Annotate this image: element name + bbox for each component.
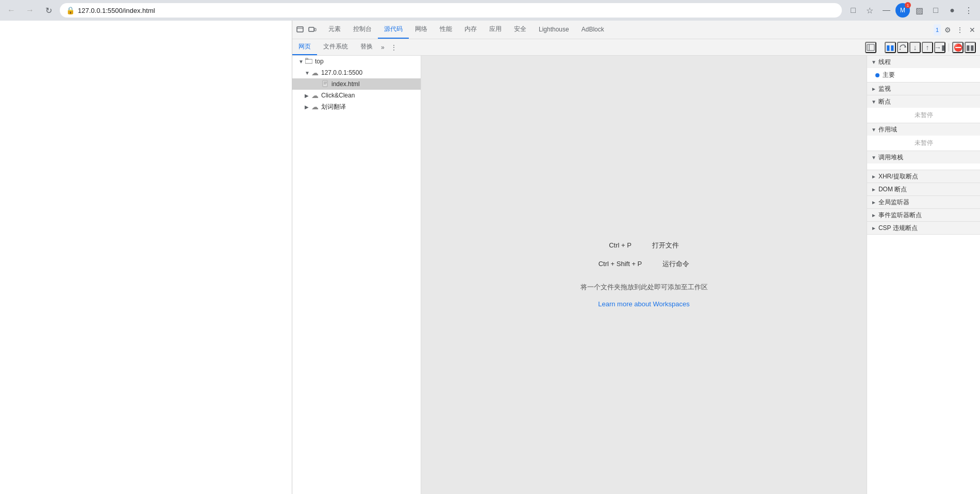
devtools-tab-icons <box>294 24 318 36</box>
shortcut2-label: 运行命令 <box>662 257 689 272</box>
section-scope: ▼ 作用域 未暂停 <box>867 123 980 151</box>
svg-rect-2 <box>309 27 314 31</box>
learn-more-link[interactable]: Learn more about Workspaces <box>580 297 708 312</box>
tab-application[interactable]: 应用 <box>483 21 508 39</box>
section-dom-header[interactable]: ► DOM 断点 <box>867 183 980 195</box>
svg-rect-0 <box>297 27 303 32</box>
step-btn[interactable]: →▮ <box>934 42 945 53</box>
file-tree-item-index[interactable]: index.html <box>292 78 421 90</box>
profile-button[interactable]: M 1 <box>895 3 910 18</box>
reload-button[interactable]: ↻ <box>41 3 56 18</box>
section-event-listener: ► 事件监听器断点 <box>867 209 980 222</box>
index-label: index.html <box>331 80 360 88</box>
browser-content <box>0 21 292 494</box>
close-icon[interactable]: ✕ <box>967 24 978 36</box>
settings-icon[interactable]: ⚙ <box>942 24 953 36</box>
sources-tabs: 网页 文件系统 替换 » ⋮ <box>292 39 861 55</box>
callstack-label: 调用堆栈 <box>878 153 903 162</box>
folder-icon-top <box>305 58 313 65</box>
editor-hints: Ctrl + P 打开文件 Ctrl + Shift + P 运行命令 将一个文… <box>580 238 708 311</box>
tab-network[interactable]: 网络 <box>409 21 434 39</box>
inspect-icon[interactable] <box>294 24 306 36</box>
address-bar[interactable]: 🔒 127.0.0.1:5500/index.html <box>60 3 842 18</box>
hint-row-2: Ctrl + Shift + P 运行命令 <box>580 257 708 272</box>
svg-rect-8 <box>305 59 312 63</box>
subtab-menu-icon[interactable]: ⋮ <box>389 44 399 51</box>
file-tree-item-clickclean[interactable]: ☁ Click&Clean <box>292 90 421 101</box>
section-scope-header[interactable]: ▼ 作用域 <box>867 123 980 136</box>
section-monitor: ► 监视 <box>867 83 980 95</box>
tab-sources[interactable]: 源代码 <box>378 21 409 39</box>
tab-lighthouse[interactable]: Lighthouse <box>533 21 575 39</box>
section-threads-header[interactable]: ▼ 线程 <box>867 56 980 68</box>
subtab-replace[interactable]: 替换 <box>354 39 379 55</box>
subtab-more-icon[interactable]: » <box>379 44 387 51</box>
threads-label: 线程 <box>878 58 891 67</box>
section-callstack: ▼ 调用堆栈 <box>867 151 980 170</box>
tab-memory[interactable]: 内存 <box>458 21 483 39</box>
tab-adblock[interactable]: AdBlock <box>575 21 610 39</box>
section-breakpoints-header[interactable]: ▼ 断点 <box>867 95 980 108</box>
bookmark-button[interactable]: ☆ <box>862 3 877 18</box>
pause-button[interactable]: ▮▮ <box>885 42 896 53</box>
event-listener-arrow: ► <box>871 212 876 218</box>
threads-arrow: ▼ <box>871 59 876 65</box>
section-threads: ▼ 线程 主要 <box>867 56 980 83</box>
back-button[interactable]: ← <box>4 3 19 18</box>
section-monitor-header[interactable]: ► 监视 <box>867 83 980 95</box>
section-global-listener-header[interactable]: ► 全局监听器 <box>867 196 980 208</box>
debugger-controls <box>861 42 881 53</box>
step-out-btn[interactable]: ↑ <box>922 42 933 53</box>
forward-button[interactable]: → <box>23 3 37 18</box>
section-xhr-header[interactable]: ► XHR/提取断点 <box>867 170 980 183</box>
cloud-icon-huaci: ☁ <box>311 103 319 111</box>
csp-arrow: ► <box>871 225 876 231</box>
extensions-button[interactable]: ▨ <box>912 3 926 18</box>
tree-arrow-huaci[interactable] <box>305 104 311 110</box>
section-csp: ► CSP 违规断点 <box>867 222 980 235</box>
tree-arrow-top[interactable] <box>298 59 305 64</box>
menu-button[interactable]: ⋮ <box>961 3 976 18</box>
section-dom: ► DOM 断点 <box>867 183 980 196</box>
svg-rect-9 <box>323 80 327 87</box>
threads-content: 主要 <box>867 68 980 82</box>
section-event-listener-header[interactable]: ► 事件监听器断点 <box>867 209 980 221</box>
file-tree-item-huaci[interactable]: ☁ 划词翻译 <box>292 101 421 112</box>
tab-console[interactable]: 控制台 <box>347 21 378 39</box>
subtab-filesystem[interactable]: 文件系统 <box>317 39 354 55</box>
more-icon[interactable]: ⋮ <box>954 24 966 36</box>
tab-security[interactable]: 安全 <box>508 21 533 39</box>
monitor-label: 监视 <box>878 85 891 93</box>
section-callstack-header[interactable]: ▼ 调用堆栈 <box>867 151 980 163</box>
sidebar-toggle-btn[interactable] <box>865 42 876 53</box>
step-over-btn[interactable] <box>897 42 908 53</box>
tree-arrow-clickclean[interactable] <box>305 93 311 98</box>
window-button[interactable]: □ <box>928 3 943 18</box>
tab-performance[interactable]: 性能 <box>434 21 458 39</box>
thread-main[interactable]: 主要 <box>867 69 980 81</box>
shortcut2-key: Ctrl + Shift + P <box>599 257 642 272</box>
file-tree-item-server[interactable]: ☁ 127.0.0.1:5500 <box>292 67 421 78</box>
tree-arrow-server[interactable] <box>305 70 311 76</box>
record-button[interactable]: ● <box>945 3 959 18</box>
event-listener-label: 事件监听器断点 <box>878 211 922 220</box>
file-icon-index <box>321 80 329 88</box>
subtab-webpage[interactable]: 网页 <box>292 39 317 55</box>
file-tree-item-top[interactable]: top <box>292 56 421 67</box>
global-listener-label: 全局监听器 <box>878 198 909 207</box>
step-into-btn[interactable]: ↓ <box>909 42 921 53</box>
global-listener-arrow: ► <box>871 200 876 205</box>
profile-icon[interactable]: ⸻ <box>879 3 893 18</box>
badge-icon[interactable]: 1 <box>934 24 941 36</box>
tab-elements[interactable]: 元素 <box>322 21 347 39</box>
section-csp-header[interactable]: ► CSP 违规断点 <box>867 222 980 234</box>
device-icon[interactable] <box>307 24 318 36</box>
breakpoints-label: 断点 <box>878 97 891 106</box>
dont-pause-btn[interactable]: ▮▮ <box>965 42 976 53</box>
deactivate-btn[interactable]: ⛔ <box>952 42 964 53</box>
cast-button[interactable]: □ <box>846 3 860 18</box>
sources-subtabs-bar: 网页 文件系统 替换 » ⋮ ▮▮ ↓ ↑ →▮ ⛔ <box>292 39 980 56</box>
dom-arrow: ► <box>871 187 876 192</box>
cloud-icon-clickclean: ☁ <box>311 91 319 100</box>
debugger-right-controls: ▮▮ ↓ ↑ →▮ ⛔ ▮▮ <box>881 42 980 53</box>
